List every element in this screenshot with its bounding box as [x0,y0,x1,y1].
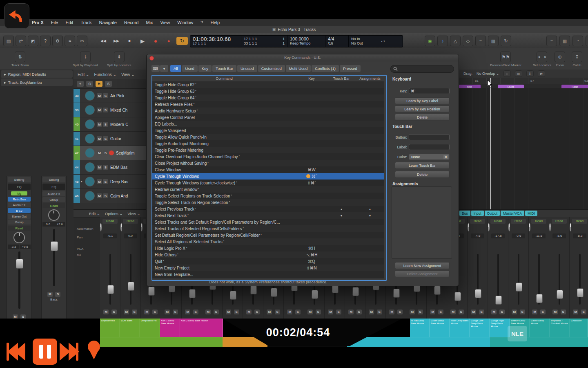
key-command-row[interactable]: Close Project without Saving• [152,160,384,166]
fader-cap[interactable] [475,289,481,298]
fader-cap[interactable] [393,289,400,298]
volume-fader[interactable] [488,253,508,305]
fader-cap[interactable] [16,259,23,269]
dialog-titlebar[interactable]: Key Commands - U.S. [147,54,459,61]
fader-cap[interactable] [250,285,257,294]
mute-button[interactable]: M [552,310,558,314]
mixer-menu-item[interactable]: Options ⌄ [105,211,122,216]
marker-flags-icon[interactable]: ⚑⚑ [500,52,511,62]
mute-button[interactable]: M [97,165,102,170]
solo-button[interactable]: S [193,310,198,314]
key-command-row[interactable]: Select Tracks of Selected Regions/Cells/… [152,225,384,232]
key-command-row[interactable]: Select Tracks and Set Default Region/Cel… [152,219,384,225]
capture-recording-button[interactable]: ● [163,36,174,45]
fader-cap[interactable] [557,290,563,299]
mute-button[interactable]: M [410,310,415,314]
mute-button[interactable]: M [103,310,109,314]
mixer-filter-tab[interactable]: MIDI [525,211,537,216]
key-command-row[interactable]: Audio Hardware Setup• [152,108,384,114]
mute-button[interactable]: M [267,310,272,314]
fader-cap[interactable] [516,283,522,292]
cycle-button[interactable]: ↻ [176,37,188,45]
key-command-row[interactable]: Cycle Through Windows (counter-clockwise… [152,180,384,186]
filter-tab[interactable]: Used [182,65,198,72]
gain-tag[interactable]: Mg [11,191,27,195]
pan-knob[interactable] [100,223,102,231]
key-command-row[interactable]: Toggle Varispeed [152,127,384,134]
key-command-row[interactable]: Clear Overload Flag in Audio Channel Dis… [152,153,384,160]
mixer-filter-tab[interactable]: Output [485,211,500,216]
quick-help-icon[interactable]: ? [40,36,51,46]
region-block[interactable]: Deep Bass Hit [140,319,160,337]
catch-icon[interactable]: ↧ [572,52,582,62]
mixer-filter-tab[interactable]: Master/VCA [501,211,524,216]
play-button[interactable]: ▶ [137,36,148,45]
fader-cap[interactable] [107,285,114,294]
track-inspector-header[interactable]: ▸ Track: SeqMarimba [1,79,73,86]
volume-fader[interactable] [120,253,140,305]
delete-key-button[interactable]: Delete [395,114,450,121]
channel-strip-slot[interactable]: B 12 [8,208,31,213]
filter-tab[interactable]: Unused [237,65,257,72]
mute-button[interactable]: M [573,310,578,314]
fader-cap[interactable] [148,287,155,296]
filter-tab[interactable]: Multi-Used [286,65,311,72]
solo-button[interactable]: S [152,310,158,314]
mute-button[interactable]: M [185,310,190,314]
pan-knob[interactable] [141,223,143,231]
track-row[interactable]: 39 M S Mixed Ch [74,103,146,117]
key-command-row[interactable]: Close Window ⌘W [152,166,384,173]
mixer-filter-tab[interactable]: Input [471,211,484,216]
patch-icon[interactable]: ≈ [65,36,75,46]
filter-tab[interactable]: Key [198,65,212,72]
bar-ruler[interactable]: 81 87 93 [459,78,588,84]
filter-tab[interactable]: Pressed [340,65,361,72]
keyboard-view-icon[interactable]: ⌨ [151,65,160,72]
meters-icon[interactable]: ▥ [488,36,499,46]
mute-button[interactable]: M [97,108,102,112]
fader-cap[interactable] [536,294,543,303]
metronome-icon[interactable]: △ [450,36,461,46]
fader-cap[interactable] [495,296,502,305]
master-output-icon[interactable]: ◉ [425,36,435,46]
solo-button[interactable]: S [316,310,321,314]
volume-fader[interactable] [529,253,549,305]
solo-button[interactable]: S [103,93,108,98]
solo-button[interactable]: S [214,310,219,314]
solo-button[interactable]: S [356,310,362,314]
fader-cap[interactable] [454,292,461,301]
solo-button[interactable]: S [103,150,108,155]
eq-thumbnail[interactable]: EQ [8,184,31,190]
automation-mode-button[interactable]: Read [102,219,118,224]
pan-knob[interactable] [120,223,122,231]
menu-item[interactable]: File [51,20,58,25]
track-row[interactable]: 41 M S Guitar [74,132,146,146]
column-touch-bar[interactable]: Touch Bar [327,76,356,81]
mute-button[interactable]: M [124,310,129,314]
mute-button[interactable]: M [328,310,333,314]
automation-mode-button[interactable]: Read [511,219,526,224]
hide-tracks-button[interactable]: H [96,81,102,87]
fader-cap[interactable] [312,290,318,299]
mute-button[interactable]: M [97,150,102,155]
mute-button[interactable]: M [226,310,231,314]
solo-button[interactable]: S [173,310,178,314]
region-block[interactable]: SeqMarimba [100,319,120,337]
snap-icon[interactable]: ≡ [503,70,511,77]
key-command-row[interactable]: EQ Labels... [152,121,384,127]
key-field[interactable]: ⌘` [409,88,450,94]
solo-button[interactable]: S [336,310,341,314]
pan-knob[interactable] [570,223,571,231]
region-block[interactable]: Crash Deep Bass House [430,319,450,337]
key-command-row[interactable]: Select Next Track• ▼ ▼ [152,212,384,219]
link-icon[interactable]: ⇄ [16,36,26,46]
key-command-row[interactable]: Quit• ⌘Q [152,258,384,265]
learn-new-assignment-button[interactable]: Learn New Assignment [395,262,450,269]
zoom-icon[interactable]: ⊕ [555,52,565,62]
solo-button[interactable]: S [234,310,239,314]
automation-mode-button[interactable]: Read [490,219,506,224]
mute-button[interactable]: M [491,310,497,314]
fader-cap[interactable] [577,288,584,297]
mute-button[interactable]: M [389,310,394,314]
mute-button[interactable]: M [97,93,102,98]
